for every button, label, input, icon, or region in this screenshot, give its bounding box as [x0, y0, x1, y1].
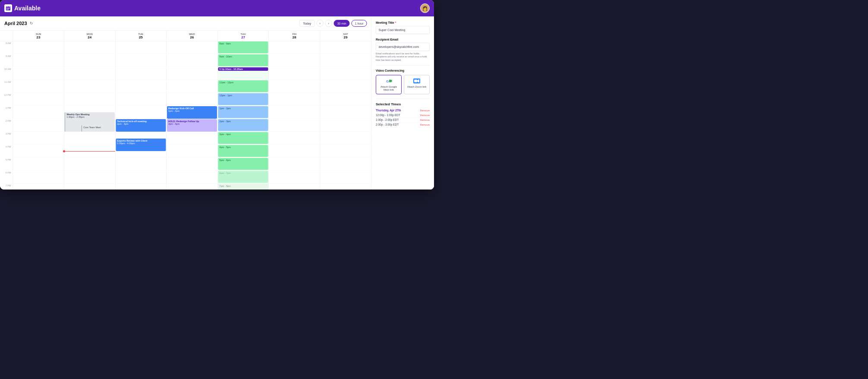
cell-wed-7pm[interactable]	[167, 183, 218, 190]
cell-fri-9am[interactable]	[269, 54, 320, 67]
cell-sun-9am[interactable]	[13, 54, 64, 67]
cell-wed-10am[interactable]	[167, 67, 218, 80]
cell-thu-1pm[interactable]: 1pm - 2pm	[218, 106, 269, 119]
cell-mon-9am[interactable]	[64, 54, 116, 67]
thu-slot-4pm[interactable]: 4pm - 5pm	[218, 145, 268, 157]
cell-fri-5pm[interactable]	[269, 158, 320, 171]
cell-fri-6pm[interactable]	[269, 171, 320, 183]
cell-wed-9am[interactable]	[167, 54, 218, 67]
cell-mon-6pm[interactable]	[64, 171, 116, 183]
recipient-email-input[interactable]	[376, 43, 430, 51]
cell-fri-1pm[interactable]	[269, 106, 320, 119]
cell-thu-4pm[interactable]: 4pm - 5pm	[218, 145, 269, 158]
cell-sun-12pm[interactable]	[13, 93, 64, 106]
30min-duration-button[interactable]: 30 min	[334, 20, 350, 27]
event-hold-redesign[interactable]: HOLD: Redesign Follow Up 2pm - 3pm	[167, 119, 217, 132]
cell-fri-12pm[interactable]	[269, 93, 320, 106]
cell-mon-10am[interactable]	[64, 67, 116, 80]
remove-date-link[interactable]: Remove	[420, 109, 430, 112]
thu-slot-6pm[interactable]: 6pm - 7pm	[218, 171, 268, 183]
cell-thu-12pm[interactable]: 12pm - 1pm	[218, 93, 269, 106]
cell-sat-9am[interactable]	[320, 54, 371, 67]
thu-slot-2pm[interactable]: 2pm - 3pm	[218, 119, 268, 131]
cell-mon-8am[interactable]	[64, 41, 116, 54]
cell-mon-5pm[interactable]	[64, 158, 116, 171]
cell-tue-6pm[interactable]	[115, 171, 167, 183]
cell-thu-11am[interactable]: 11am - 12pm	[218, 80, 269, 93]
event-core-team[interactable]: Core Team Meet	[82, 125, 115, 132]
cell-fri-4pm[interactable]	[269, 145, 320, 158]
cell-thu-6pm[interactable]: 6pm - 7pm	[218, 171, 269, 183]
cell-wed-5pm[interactable]	[167, 158, 218, 171]
cell-sat-4pm[interactable]	[320, 145, 371, 158]
cell-mon-4pm[interactable]	[64, 145, 116, 158]
cell-thu-7pm[interactable]: 7pm - 8pm	[218, 183, 269, 190]
cell-sun-10am[interactable]	[13, 67, 64, 80]
cell-fri-3pm[interactable]	[269, 132, 320, 145]
cell-wed-11am[interactable]	[167, 80, 218, 93]
cell-mon-12pm[interactable]	[64, 93, 116, 106]
cell-tue-8am[interactable]	[115, 41, 167, 54]
remove-slot-1[interactable]: Remove	[420, 114, 430, 117]
thu-slot-9am[interactable]: 9am - 10am	[218, 54, 268, 66]
cell-sat-2pm[interactable]	[320, 119, 371, 132]
cell-sat-7pm[interactable]	[320, 183, 371, 190]
cell-sat-11am[interactable]	[320, 80, 371, 93]
cell-thu-10am[interactable]: 5 Up 10am - 10:20am	[218, 67, 269, 80]
cell-sat-3pm[interactable]	[320, 132, 371, 145]
cell-tue-2pm[interactable]: Technical kick-off meeting 2pm - 3pm	[115, 119, 167, 132]
cell-sun-11am[interactable]	[13, 80, 64, 93]
cell-sun-1pm[interactable]	[13, 106, 64, 119]
cell-fri-8am[interactable]	[269, 41, 320, 54]
cell-mon-1pm[interactable]: Weekly Ops Meeting 1:30pm - 2:45pm Core …	[64, 106, 116, 119]
cell-sun-2pm[interactable]	[13, 119, 64, 132]
thu-slot-5pm[interactable]: 5pm - 6pm	[218, 158, 268, 170]
cell-wed-12pm[interactable]	[167, 93, 218, 106]
thu-slot-12pm[interactable]: 12pm - 1pm	[218, 93, 268, 105]
1hour-duration-button[interactable]: 1 hour	[352, 20, 367, 27]
cell-mon-11am[interactable]	[64, 80, 116, 93]
cell-sat-8am[interactable]	[320, 41, 371, 54]
cell-sun-3pm[interactable]	[13, 132, 64, 145]
cell-sun-7pm[interactable]	[13, 183, 64, 190]
event-tech-kickoff[interactable]: Technical kick-off meeting 2pm - 3pm	[116, 119, 166, 132]
cell-wed-2pm[interactable]: HOLD: Redesign Follow Up 2pm - 3pm	[167, 119, 218, 132]
meeting-title-input[interactable]: Super Cool Meeting	[376, 26, 430, 34]
cell-tue-5pm[interactable]	[115, 158, 167, 171]
thu-slot-8am[interactable]: 8am - 9am	[218, 41, 268, 54]
cell-tue-11am[interactable]	[115, 80, 167, 93]
cell-fri-2pm[interactable]	[269, 119, 320, 132]
cell-sun-4pm[interactable]	[13, 145, 64, 158]
cell-thu-2pm[interactable]: 2pm - 3pm	[218, 119, 269, 132]
cell-sun-6pm[interactable]	[13, 171, 64, 183]
cell-sat-5pm[interactable]	[320, 158, 371, 171]
remove-slot-2[interactable]: Remove	[420, 118, 430, 121]
cell-wed-6pm[interactable]	[167, 171, 218, 183]
user-avatar[interactable]: 👩	[420, 3, 430, 13]
cell-sat-10am[interactable]	[320, 67, 371, 80]
cell-fri-11am[interactable]	[269, 80, 320, 93]
cell-wed-8am[interactable]	[167, 41, 218, 54]
cell-wed-4pm[interactable]	[167, 145, 218, 158]
cell-sat-12pm[interactable]	[320, 93, 371, 106]
cell-tue-12pm[interactable]	[115, 93, 167, 106]
zoom-option[interactable]: Attach Zoom link	[404, 75, 430, 95]
cell-thu-3pm[interactable]: 3pm - 4pm	[218, 132, 269, 145]
cell-fri-7pm[interactable]	[269, 183, 320, 190]
cell-sun-8am[interactable]	[13, 41, 64, 54]
cell-tue-7pm[interactable]	[115, 183, 167, 190]
cell-wed-1pm[interactable]: Redesign Kick-Off Call 1pm - 2pm	[167, 106, 218, 119]
cell-mon-7pm[interactable]	[64, 183, 116, 190]
cell-tue-10am[interactable]	[115, 67, 167, 80]
prev-week-button[interactable]: ‹	[317, 20, 324, 27]
cell-thu-5pm[interactable]: 5pm - 6pm	[218, 158, 269, 171]
refresh-icon[interactable]: ↻	[30, 21, 33, 26]
next-week-button[interactable]: ›	[325, 20, 332, 27]
cell-tue-1pm[interactable]	[115, 106, 167, 119]
cell-wed-3pm[interactable]	[167, 132, 218, 145]
thu-slot-7pm[interactable]: 7pm - 8pm	[218, 184, 268, 190]
cell-thu-8am[interactable]: 8am - 9am	[218, 41, 269, 54]
cell-tue-9am[interactable]	[115, 54, 167, 67]
cell-sat-1pm[interactable]	[320, 106, 371, 119]
remove-slot-3[interactable]: Remove	[420, 123, 430, 126]
